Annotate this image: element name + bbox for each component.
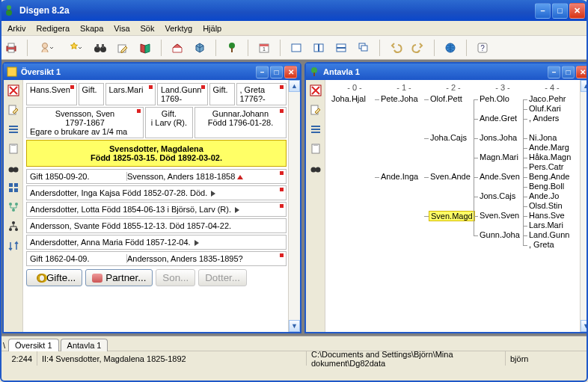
doc-pencil-icon[interactable] — [308, 102, 323, 117]
tree-node[interactable]: Beng.Boll — [527, 182, 566, 191]
mother-card[interactable]: Gunnar.Johann Född 1796-01-28. — [195, 107, 287, 138]
antavla-minimize-button[interactable]: – — [548, 66, 560, 78]
tree-node[interactable]: Olof.Pett — [429, 94, 464, 103]
menu-visa[interactable]: Visa — [109, 22, 134, 34]
menu-verktyg[interactable]: Verktyg — [160, 22, 197, 34]
tab-oversikt[interactable]: Översikt 1 — [8, 339, 59, 351]
child-row[interactable]: Andersson, Svante Född 1855-12-13. Död 1… — [26, 218, 287, 233]
menu-skapa[interactable]: Skapa — [76, 22, 108, 34]
doc-pencil-icon[interactable] — [6, 102, 21, 117]
undo-icon[interactable] — [388, 40, 404, 56]
redo-icon[interactable] — [410, 40, 426, 56]
tree-node[interactable]: Pete.Joha — [379, 94, 420, 103]
ancestor-card[interactable]: Land.Gunn1769- — [157, 83, 208, 105]
list-icon[interactable] — [6, 122, 21, 137]
layout-vsplit-icon[interactable] — [310, 40, 327, 56]
close-button[interactable]: ✕ — [569, 3, 585, 19]
cube-icon[interactable] — [192, 40, 208, 56]
calendar-icon[interactable]: 1 — [256, 40, 272, 56]
overview-maximize-button[interactable]: □ — [270, 66, 283, 78]
tree-node[interactable]: Ande.Inga — [379, 172, 420, 181]
red-x-icon[interactable] — [308, 83, 323, 98]
ancestor-card[interactable]: Gift. — [209, 83, 235, 105]
ancestor-card[interactable]: Gift. — [79, 83, 104, 105]
dotter-button[interactable]: Dotter... — [198, 269, 247, 286]
son-button[interactable]: Son... — [156, 269, 195, 286]
overview-minimize-button[interactable]: – — [256, 66, 269, 78]
globe-icon[interactable] — [442, 40, 459, 56]
layout-hsplit-icon[interactable] — [333, 40, 349, 56]
antavla-close-button[interactable]: ✕ — [576, 66, 588, 78]
tree-node[interactable]: Jons.Joha — [478, 133, 518, 142]
tree-node[interactable]: , Greta — [527, 240, 556, 249]
tree-node[interactable]: Ande.Sven — [478, 172, 521, 181]
ancestor-card[interactable]: Hans.Sven — [26, 83, 77, 105]
antavla-scrollbar[interactable]: ▲▼ — [580, 80, 588, 332]
red-x-icon[interactable] — [6, 83, 21, 98]
tree-node[interactable]: Olsd.Stin — [527, 201, 564, 210]
binoculars-icon[interactable] — [92, 40, 108, 56]
gifte-button[interactable]: Gifte... — [26, 269, 82, 286]
tree-node[interactable]: Ande.Gret — [478, 114, 518, 123]
clipboard-icon[interactable] — [6, 141, 21, 156]
focus-person-card[interactable]: Svensdotter, Magdalena Född 1825-03-15. … — [26, 140, 287, 167]
antavla-maximize-button[interactable]: □ — [562, 66, 575, 78]
child-row[interactable]: Andersdotter, Anna Maria Född 1857-12-04… — [26, 235, 287, 250]
tree-node[interactable]: Pers.Catr — [527, 162, 565, 171]
tree-node[interactable]: Jaco.Pehr — [527, 94, 568, 103]
print-icon[interactable] — [3, 40, 19, 56]
star-dropdown-icon[interactable] — [64, 40, 86, 56]
book-icon[interactable] — [137, 40, 153, 56]
tree-node[interactable]: Ni.Jona — [527, 133, 558, 142]
flow-icon[interactable] — [6, 200, 21, 215]
sort-icon[interactable] — [6, 238, 21, 253]
tree-node[interactable]: Sven.Magd — [429, 211, 475, 221]
edit-note-icon[interactable] — [114, 40, 131, 56]
marriage-row[interactable]: Gift 1862-04-09. Andersson, Anders 1835-… — [26, 251, 287, 266]
list-icon[interactable] — [308, 122, 323, 137]
ancestor-card[interactable]: Lars.Mari — [105, 83, 156, 105]
ancestor-card[interactable]: , Greta1776?- — [236, 83, 287, 105]
maximize-button[interactable]: □ — [552, 3, 568, 19]
person-dropdown-icon[interactable] — [35, 40, 58, 56]
tree-node[interactable]: Oluf.Kari — [527, 104, 563, 113]
tree-node[interactable]: Beng.Ande — [527, 172, 571, 181]
marriage-row[interactable]: Gift 1850-09-20. Svensson, Anders 1818-1… — [26, 169, 287, 184]
child-row[interactable]: Andersdotter, Lotta Född 1854-06-13 i Bj… — [26, 202, 287, 217]
menu-redigera[interactable]: Redigera — [31, 22, 74, 34]
menu-hjalp[interactable]: Hjälp — [198, 22, 226, 34]
father-card[interactable]: Svensson, Sven 1797-1867 Egare o brukare… — [26, 107, 144, 138]
tree-icon[interactable] — [224, 40, 240, 56]
layout-single-icon[interactable] — [288, 40, 304, 56]
menu-arkiv[interactable]: Arkiv — [3, 22, 30, 34]
tree-node[interactable]: Jons.Cajs — [478, 191, 517, 200]
hierarchy-icon[interactable] — [6, 219, 21, 234]
tree-node[interactable]: Joha.Hjal — [330, 94, 367, 103]
tree-node[interactable]: Sven.Sven — [478, 211, 521, 220]
tree-node[interactable]: , Anders — [527, 114, 560, 123]
overview-close-button[interactable]: ✕ — [284, 66, 297, 78]
child-row[interactable]: Andersdotter, Inga Kajsa Född 1852-07-28… — [26, 185, 287, 200]
tree-node[interactable]: Peh.Olo — [478, 94, 511, 103]
marriage-card[interactable]: Gift. i Larv (R). — [145, 107, 193, 138]
binoculars-side-icon[interactable] — [308, 161, 323, 176]
tree-node[interactable]: Håka.Magn — [527, 153, 572, 161]
clipboard-icon[interactable] — [308, 141, 323, 156]
tree-node[interactable]: Joha.Cajs — [429, 133, 468, 142]
partner-button[interactable]: Partner... — [85, 269, 153, 286]
binoculars-side-icon[interactable] — [6, 161, 21, 176]
tree-node[interactable]: Lars.Mari — [527, 221, 565, 229]
layout-cascade-icon[interactable] — [355, 40, 372, 56]
grid-icon[interactable] — [6, 180, 21, 195]
tree-node[interactable]: Hans.Sve — [527, 211, 566, 220]
help-icon[interactable]: ? — [474, 40, 491, 56]
home-icon[interactable] — [169, 40, 186, 56]
tree-node[interactable]: Land.Gunn — [527, 230, 571, 239]
tree-node[interactable]: Ande.Marg — [527, 143, 571, 152]
menu-sok[interactable]: Sök — [136, 22, 159, 34]
tree-node[interactable]: Sven.Ande — [429, 172, 472, 181]
overview-scrollbar[interactable]: ▲▼ — [288, 80, 300, 332]
tree-node[interactable]: Gunn.Joha — [478, 230, 521, 239]
tree-node[interactable]: Magn.Mari — [478, 153, 520, 161]
minimize-button[interactable]: – — [535, 3, 551, 19]
